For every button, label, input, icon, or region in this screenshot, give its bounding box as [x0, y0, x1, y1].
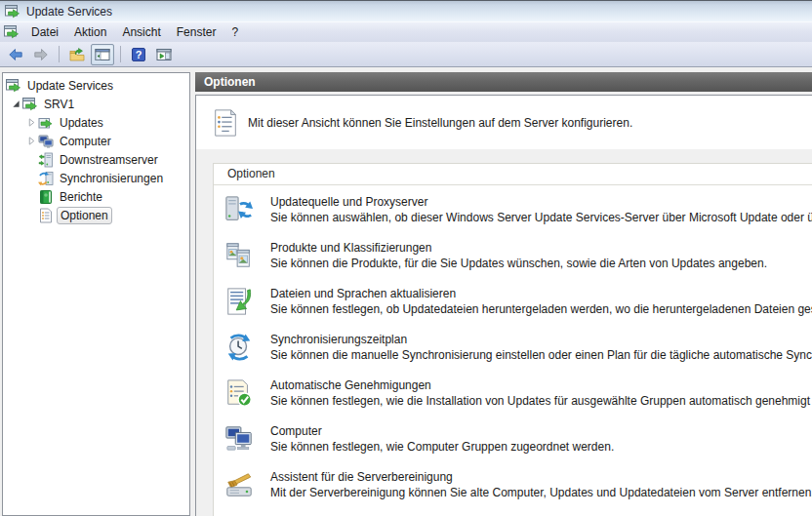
- options-section-header: Optionen: [214, 164, 812, 185]
- reports-icon: [38, 189, 54, 205]
- action-pane-icon: [156, 47, 172, 62]
- menu-ansicht[interactable]: Ansicht: [114, 23, 168, 41]
- tree-item-label: Updates: [57, 115, 106, 131]
- mmc-console-icon: [6, 78, 21, 94]
- expander-placeholder: [24, 153, 38, 167]
- options-icon: [38, 208, 54, 223]
- computer-icon: [38, 134, 54, 149]
- option-update-files-languages[interactable]: Dateien und Sprachen aktualisieren Sie k…: [224, 286, 812, 332]
- menu-aktion[interactable]: Aktion: [66, 23, 114, 41]
- back-button[interactable]: [4, 44, 27, 65]
- help-icon: ?: [131, 47, 146, 62]
- show-console-tree-button[interactable]: [91, 44, 114, 65]
- svg-text:?: ?: [136, 49, 142, 60]
- tree-item-srv1[interactable]: SRV1: [3, 95, 189, 113]
- option-description: Sie können die Produkte, für die Sie Upd…: [270, 256, 767, 272]
- expander-placeholder: [24, 190, 38, 204]
- up-folder-button[interactable]: [65, 44, 89, 65]
- option-title[interactable]: Updatequelle und Proxyserver: [270, 194, 812, 210]
- option-title[interactable]: Synchronisierungszeitplan: [270, 332, 812, 347]
- show-action-pane-button[interactable]: [152, 44, 176, 65]
- tree-item-label: Update Services: [24, 78, 116, 94]
- tree-item-update-services[interactable]: Update Services: [3, 76, 189, 95]
- option-server-cleanup[interactable]: Assistent für die Serverbereinigung Mit …: [224, 469, 812, 515]
- tree-item-computer[interactable]: Computer: [3, 132, 189, 150]
- server-cleanup-icon: [224, 470, 254, 499]
- products-classifications-icon: [224, 241, 254, 270]
- result-pane-title: Optionen: [204, 75, 256, 89]
- mmc-console-icon: [22, 97, 38, 112]
- toolbar-separator: [120, 46, 121, 62]
- update-source-icon: [224, 195, 254, 224]
- automatic-approvals-icon: [224, 378, 254, 408]
- expand-expander-icon[interactable]: [24, 116, 38, 130]
- up-folder-icon: [69, 47, 85, 62]
- tree-item-label: Downstreamserver: [57, 152, 161, 168]
- option-description: Mit der Serverbereinigung können Sie alt…: [270, 485, 812, 501]
- option-title[interactable]: Produkte und Klassifizierungen: [270, 240, 767, 256]
- option-computer[interactable]: Computer Sie können festlegen, wie Compu…: [224, 423, 812, 469]
- expand-expander-icon[interactable]: [24, 135, 38, 148]
- option-description: Sie können festlegen, wie Computer Grupp…: [270, 439, 614, 456]
- back-arrow-icon: [8, 47, 23, 62]
- options-box: Optionen: [213, 163, 812, 516]
- option-update-source[interactable]: Updatequelle und Proxyserver Sie können …: [224, 194, 812, 240]
- forward-arrow-icon: [33, 47, 49, 62]
- tree-item-label: Berichte: [57, 189, 105, 205]
- tree-item-downstreamserver[interactable]: Downstreamserver: [3, 150, 189, 169]
- help-button[interactable]: ?: [127, 44, 150, 65]
- title-bar: Update Services: [0, 0, 812, 21]
- expander-placeholder: [24, 209, 38, 222]
- option-description: Sie können festlegen, ob Updatedateien h…: [270, 301, 812, 318]
- tree-item-label: Synchronisierungen: [57, 171, 166, 186]
- update-files-languages-icon: [224, 287, 254, 316]
- tree-item-label: Optionen: [57, 207, 112, 224]
- mmc-console-icon: [5, 4, 20, 20]
- downstream-server-icon: [38, 152, 54, 168]
- tree-item-label: SRV1: [41, 97, 77, 112]
- option-sync-schedule[interactable]: Synchronisierungszeitplan Sie können die…: [224, 332, 812, 377]
- result-pane: Mit dieser Ansicht können Sie Einstellun…: [195, 95, 812, 516]
- tree-item-synchronisierungen[interactable]: Synchronisierungen: [3, 169, 189, 187]
- option-title[interactable]: Dateien und Sprachen aktualisieren: [270, 286, 812, 301]
- option-description: Sie können die manuelle Synchronisierung…: [270, 347, 812, 364]
- collapse-expander-icon[interactable]: [9, 98, 22, 111]
- sync-schedule-icon: [224, 333, 254, 362]
- option-products-classifications[interactable]: Produkte und Klassifizierungen Sie könne…: [224, 240, 812, 286]
- option-automatic-approvals[interactable]: Automatische Genehmigungen Sie können fe…: [224, 377, 812, 423]
- toolbar-separator: [59, 46, 60, 62]
- menu-datei[interactable]: Datei: [23, 23, 66, 41]
- forward-button[interactable]: [29, 44, 53, 65]
- menu-hilfe[interactable]: ?: [223, 23, 246, 41]
- mmc-console-icon[interactable]: [4, 24, 20, 40]
- tree-item-optionen[interactable]: Optionen: [3, 206, 189, 224]
- expander-placeholder: [24, 172, 38, 185]
- tree-item-berichte[interactable]: Berichte: [3, 187, 189, 206]
- console-tree-panel: Update Services SRV1: [2, 72, 190, 516]
- synchronization-icon: [38, 171, 54, 186]
- toolbar: ?: [0, 42, 812, 67]
- wsus-console-window: Update Services Datei Aktion Ansicht Fen…: [0, 0, 812, 516]
- result-pane-header: Optionen: [195, 72, 812, 92]
- tree-item-label: Computer: [57, 134, 114, 149]
- options-list: Updatequelle und Proxyserver Sie können …: [214, 185, 812, 515]
- option-title[interactable]: Assistent für die Serverbereinigung: [270, 469, 812, 485]
- computers-icon: [224, 424, 254, 454]
- banner-text: Mit dieser Ansicht können Sie Einstellun…: [248, 116, 632, 130]
- menu-fenster[interactable]: Fenster: [169, 23, 224, 41]
- console-tree-icon: [95, 47, 110, 62]
- option-description: Sie können festlegen, wie die Installati…: [270, 393, 812, 410]
- option-title[interactable]: Computer: [270, 423, 614, 439]
- tree-item-updates[interactable]: Updates: [3, 113, 189, 132]
- option-description: Sie können auswählen, ob dieser Windows …: [270, 210, 812, 226]
- menu-bar: Datei Aktion Ansicht Fenster ?: [0, 21, 812, 42]
- options-page-icon: [211, 108, 240, 138]
- option-title[interactable]: Automatische Genehmigungen: [270, 377, 812, 393]
- description-banner: Mit dieser Ansicht können Sie Einstellun…: [196, 96, 812, 149]
- updates-icon: [38, 115, 54, 131]
- window-title: Update Services: [26, 5, 112, 19]
